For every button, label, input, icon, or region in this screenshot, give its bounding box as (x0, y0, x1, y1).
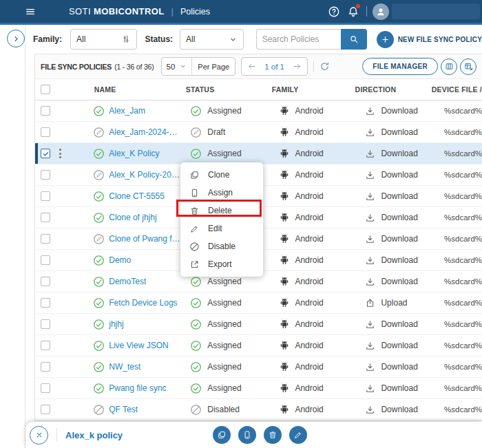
table-row[interactable]: Alex_Jam-2024-0... Draft Android Downloa… (35, 122, 482, 143)
direction-icon (365, 277, 375, 287)
policy-status-icon (93, 383, 105, 394)
row-checkbox[interactable] (41, 277, 50, 286)
column-header-direction[interactable]: DIRECTION (355, 85, 397, 94)
context-menu-item-export[interactable]: Export (180, 255, 263, 273)
row-actions-kebab-icon[interactable] (59, 149, 61, 158)
row-checkbox[interactable] (41, 383, 50, 393)
new-file-sync-policy-button[interactable]: NEW FILE SYNC POLICY (377, 31, 482, 48)
context-menu-item-delete[interactable]: Delete (180, 202, 263, 220)
policy-name-link[interactable]: DemoTest (109, 277, 146, 286)
device-file-path: %sdcard% (444, 363, 482, 371)
redacted-username (392, 3, 480, 19)
chevron-down-icon (229, 35, 238, 44)
export-table-button[interactable] (460, 58, 476, 75)
table-row[interactable]: Alex_Jam Assigned Android Download %sdca… (35, 100, 482, 122)
row-checkbox[interactable] (41, 149, 50, 158)
direction-label: Download (381, 277, 417, 286)
arrow-right-icon (293, 62, 302, 71)
selection-bar-separator (56, 428, 57, 442)
column-header-device-file[interactable]: DEVICE FILE / (432, 85, 482, 94)
direction-icon (365, 341, 375, 351)
table-row[interactable]: Live View JSON Assigned Android Download… (35, 335, 482, 356)
expand-sidebar-button[interactable] (7, 30, 25, 47)
row-checkbox[interactable] (41, 213, 50, 222)
next-page-button[interactable] (287, 62, 307, 71)
policy-name-link[interactable]: Live View JSON (109, 341, 168, 350)
row-checkbox[interactable] (41, 319, 50, 329)
clear-selection-button[interactable] (30, 426, 48, 445)
policy-name-link[interactable]: Alex_Jam (109, 106, 145, 116)
table-row[interactable]: NW_test Assigned Android Download %sdcar… (35, 356, 482, 378)
context-menu-item-edit[interactable]: Edit (180, 220, 263, 237)
arrow-left-icon (247, 62, 256, 71)
table-row[interactable]: Alex_K Policy Assigned Android Download … (35, 143, 482, 164)
policy-name-link[interactable]: Alex_Jam-2024-0... (109, 127, 180, 137)
table-row[interactable]: QF Test Disabled Android Download %sdcar… (35, 399, 482, 420)
context-menu-item-disable[interactable]: Disable (180, 237, 263, 255)
clone-action-button[interactable] (213, 426, 231, 444)
user-avatar[interactable] (373, 3, 389, 20)
policy-name-link[interactable]: Clone CT-5555 (109, 191, 165, 201)
row-checkbox[interactable] (41, 106, 50, 116)
column-header-name[interactable]: NAME (94, 85, 116, 94)
edit-icon (293, 430, 303, 440)
row-checkbox[interactable] (41, 127, 50, 137)
column-header-status[interactable]: STATUS (186, 85, 215, 94)
context-menu-item-clone[interactable]: Clone (180, 166, 263, 184)
select-all-checkbox[interactable] (41, 85, 50, 94)
policy-name-link[interactable]: Pwang file sync (109, 383, 166, 393)
search-button[interactable] (341, 29, 367, 50)
previous-page-button[interactable] (242, 62, 262, 71)
help-icon[interactable] (328, 6, 340, 18)
search-input[interactable] (256, 29, 341, 50)
row-checkbox[interactable] (41, 405, 50, 414)
page-title: Policies (180, 7, 210, 17)
device-file-path: %sdcard% (444, 107, 482, 115)
policy-name-link[interactable]: Alex_K Policy (109, 149, 159, 158)
export-table-icon (463, 61, 474, 72)
notifications-bell-icon[interactable] (347, 6, 359, 18)
family-label: Android (295, 298, 323, 308)
filter-bar: Family: All Status: All NEW FILE SYNC PO… (25, 25, 482, 54)
policy-name-link[interactable]: Clone of Pwang fil... (109, 234, 180, 244)
family-label: Android (295, 383, 323, 393)
refresh-icon[interactable] (319, 61, 330, 72)
direction-label: Download (381, 362, 417, 372)
family-filter-dropdown[interactable]: All (70, 29, 137, 50)
hamburger-menu-icon[interactable] (25, 6, 36, 17)
columns-settings-button[interactable] (441, 58, 457, 75)
policy-name-link[interactable]: jhjhj (109, 319, 123, 329)
family-label: Android (295, 277, 323, 286)
row-checkbox[interactable] (41, 191, 50, 201)
plus-icon (377, 31, 394, 48)
assign-action-button[interactable] (238, 426, 256, 444)
policy-name-link[interactable]: Fetch Device Logs (109, 298, 177, 308)
column-header-family[interactable]: FAMILY (272, 85, 299, 94)
table-row[interactable]: Fetch Device Logs Assigned Android Uploa… (35, 292, 482, 314)
page-size-dropdown[interactable]: 50 (162, 63, 192, 71)
policy-name-link[interactable]: Demo (109, 255, 131, 265)
row-checkbox[interactable] (41, 341, 50, 350)
row-checkbox[interactable] (41, 170, 50, 180)
pagination-control: 1 of 1 (241, 57, 308, 76)
row-checkbox[interactable] (41, 362, 50, 372)
edit-action-button[interactable] (289, 426, 307, 444)
policy-name-link[interactable]: NW_test (109, 362, 140, 372)
selection-actions (213, 426, 307, 444)
delete-action-button[interactable] (264, 426, 282, 444)
policy-name-link[interactable]: Clone of jhjhj (109, 213, 156, 222)
row-checkbox[interactable] (41, 298, 50, 308)
table-row[interactable]: jhjhj Assigned Android Download %sdcard% (35, 314, 482, 335)
row-checkbox[interactable] (41, 255, 50, 265)
context-menu-item-assign[interactable]: Assign (180, 184, 263, 202)
file-manager-button[interactable]: FILE MANAGER (362, 58, 438, 75)
edit-icon (189, 224, 200, 234)
policy-name-link[interactable]: QF Test (109, 405, 138, 414)
table-row[interactable]: Pwang file sync Assigned Android Downloa… (35, 378, 482, 399)
assign-icon (242, 430, 252, 440)
search-icon (349, 34, 359, 44)
row-checkbox[interactable] (41, 234, 50, 244)
policy-name-link[interactable]: Alex_K Policy-202... (109, 170, 180, 180)
status-filter-dropdown[interactable]: All (180, 29, 244, 50)
direction-label: Download (381, 255, 417, 265)
